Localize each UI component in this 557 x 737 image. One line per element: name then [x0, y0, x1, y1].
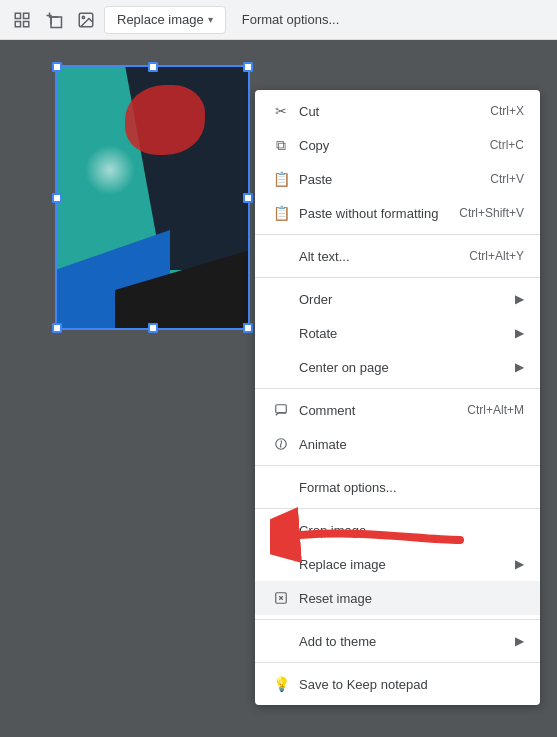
canvas-area: ✂ Cut Ctrl+X ⧉ Copy Ctrl+C 📋 Paste Ctrl+… [0, 40, 557, 737]
rotate-arrow: ▶ [515, 326, 524, 340]
shortcut-paste: Ctrl+V [490, 172, 524, 186]
select-icon[interactable] [8, 6, 36, 34]
svg-rect-2 [15, 21, 20, 26]
menu-item-alt-text[interactable]: Alt text... Ctrl+Alt+Y [255, 239, 540, 273]
divider-7 [255, 662, 540, 663]
divider-2 [255, 277, 540, 278]
menu-item-comment[interactable]: Comment Ctrl+Alt+M [255, 393, 540, 427]
svg-rect-7 [276, 405, 287, 413]
shortcut-alt-text: Ctrl+Alt+Y [469, 249, 524, 263]
animate-icon [271, 434, 291, 454]
menu-label-rotate: Rotate [299, 326, 507, 341]
svg-rect-1 [24, 13, 29, 18]
menu-item-cut[interactable]: ✂ Cut Ctrl+X [255, 94, 540, 128]
svg-rect-0 [15, 13, 20, 18]
reset-image-icon [271, 588, 291, 608]
order-icon [271, 289, 291, 309]
menu-label-replace-image: Replace image [299, 557, 507, 572]
menu-label-order: Order [299, 292, 507, 307]
replace-image-arrow: ▶ [515, 557, 524, 571]
menu-label-reset-image: Reset image [299, 591, 524, 606]
menu-label-paste-no-format: Paste without formatting [299, 206, 443, 221]
shortcut-cut: Ctrl+X [490, 104, 524, 118]
center-arrow: ▶ [515, 360, 524, 374]
menu-label-center: Center on page [299, 360, 507, 375]
menu-item-save-keep[interactable]: 💡 Save to Keep notepad [255, 667, 540, 701]
order-arrow: ▶ [515, 292, 524, 306]
menu-item-replace-image[interactable]: Replace image ▶ [255, 547, 540, 581]
comment-icon [271, 400, 291, 420]
crop-image-icon [271, 520, 291, 540]
menu-label-add-to-theme: Add to theme [299, 634, 507, 649]
shortcut-comment: Ctrl+Alt+M [467, 403, 524, 417]
menu-label-copy: Copy [299, 138, 474, 153]
menu-item-crop-image[interactable]: Crop image [255, 513, 540, 547]
menu-item-order[interactable]: Order ▶ [255, 282, 540, 316]
add-to-theme-arrow: ▶ [515, 634, 524, 648]
toolbar: Replace image ▾ Format options... [0, 0, 557, 40]
image-content [55, 65, 250, 330]
context-menu: ✂ Cut Ctrl+X ⧉ Copy Ctrl+C 📋 Paste Ctrl+… [255, 90, 540, 705]
crop-toolbar-icon[interactable] [40, 6, 68, 34]
add-to-theme-icon [271, 631, 291, 651]
menu-label-cut: Cut [299, 104, 474, 119]
menu-label-save-keep: Save to Keep notepad [299, 677, 524, 692]
svg-rect-3 [24, 21, 29, 26]
menu-item-paste[interactable]: 📋 Paste Ctrl+V [255, 162, 540, 196]
menu-item-copy[interactable]: ⧉ Copy Ctrl+C [255, 128, 540, 162]
replace-image-menu-icon [271, 554, 291, 574]
divider-4 [255, 465, 540, 466]
menu-item-animate[interactable]: Animate [255, 427, 540, 461]
replace-image-arrow: ▾ [208, 14, 213, 25]
format-options-menu-icon [271, 477, 291, 497]
paste-no-format-icon: 📋 [271, 203, 291, 223]
menu-item-paste-no-format[interactable]: 📋 Paste without formatting Ctrl+Shift+V [255, 196, 540, 230]
menu-label-comment: Comment [299, 403, 451, 418]
save-keep-icon: 💡 [271, 674, 291, 694]
svg-rect-4 [51, 17, 62, 28]
format-options-label: Format options... [242, 12, 340, 27]
menu-label-format-options: Format options... [299, 480, 524, 495]
menu-label-paste: Paste [299, 172, 474, 187]
image-toolbar-icon[interactable] [72, 6, 100, 34]
cut-icon: ✂ [271, 101, 291, 121]
selected-image[interactable] [55, 65, 250, 330]
divider-3 [255, 388, 540, 389]
shortcut-copy: Ctrl+C [490, 138, 524, 152]
center-icon [271, 357, 291, 377]
copy-icon: ⧉ [271, 135, 291, 155]
menu-label-crop-image: Crop image [299, 523, 524, 538]
rotate-icon [271, 323, 291, 343]
menu-item-format-options[interactable]: Format options... [255, 470, 540, 504]
alt-text-icon [271, 246, 291, 266]
replace-image-button[interactable]: Replace image ▾ [104, 6, 226, 34]
paste-icon: 📋 [271, 169, 291, 189]
menu-item-add-to-theme[interactable]: Add to theme ▶ [255, 624, 540, 658]
replace-image-label: Replace image [117, 12, 204, 27]
divider-1 [255, 234, 540, 235]
menu-item-rotate[interactable]: Rotate ▶ [255, 316, 540, 350]
divider-6 [255, 619, 540, 620]
shortcut-paste-no-format: Ctrl+Shift+V [459, 206, 524, 220]
menu-label-alt-text: Alt text... [299, 249, 453, 264]
divider-5 [255, 508, 540, 509]
menu-label-animate: Animate [299, 437, 524, 452]
svg-point-6 [82, 16, 84, 18]
menu-item-reset-image[interactable]: Reset image [255, 581, 540, 615]
format-options-button[interactable]: Format options... [230, 6, 352, 34]
menu-item-center[interactable]: Center on page ▶ [255, 350, 540, 384]
